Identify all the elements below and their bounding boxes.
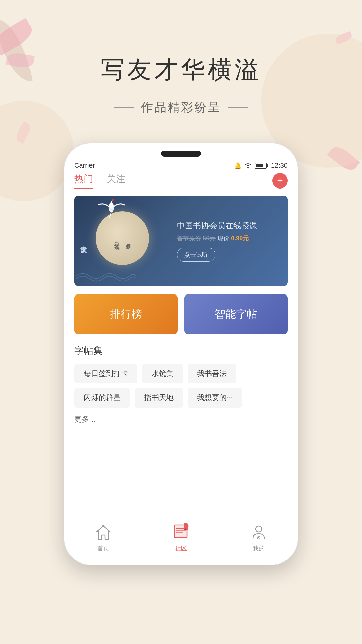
hero-section: 写友才华横溢 作品精彩纷呈	[0, 0, 362, 116]
community-label: 社区	[175, 544, 187, 552]
svg-point-0	[247, 167, 249, 168]
crane-icon	[95, 199, 128, 226]
app-content: 热门 关注 +	[64, 173, 298, 424]
bottom-nav: 首页	[64, 518, 298, 565]
carrier-label: Carrier	[74, 162, 95, 169]
phone-mockup: Carrier 🔔 12:3	[64, 143, 298, 565]
dash-left	[114, 107, 134, 108]
status-icons: 🔔 12:30	[234, 162, 288, 169]
svg-point-13	[256, 526, 262, 532]
more-link[interactable]: 更多...	[74, 414, 95, 424]
battery-icon	[255, 163, 268, 169]
banner-left-visual: 《乙瑛碑》 导师郭敬丹 汉隶入门	[74, 196, 170, 286]
ranking-button[interactable]: 排行榜	[74, 294, 178, 334]
nav-profile[interactable]: 我的	[249, 523, 269, 552]
hero-title: 写友才华横溢	[0, 54, 362, 86]
community-icon	[171, 523, 191, 542]
banner-book-title: 《乙瑛碑》 导师郭敬丹	[113, 233, 132, 243]
status-bar: Carrier 🔔 12:3	[64, 143, 298, 173]
tag-item[interactable]: 闪烁的群星	[74, 388, 130, 408]
nav-community[interactable]: 社区	[171, 523, 191, 552]
banner-right-content: 中国书协会员在线授课 首节原价 50元 现价 0.99元 点击试听	[170, 214, 288, 268]
phone-container: Carrier 🔔 12:3	[0, 143, 362, 565]
home-icon	[93, 523, 113, 542]
wifi-icon	[244, 163, 252, 169]
wave-decoration	[76, 269, 136, 283]
original-price-value: 50元	[203, 235, 216, 242]
notification-icon: 🔔	[234, 162, 241, 169]
current-price-value: 0.99元	[231, 235, 249, 242]
banner-price: 首节原价 50元 现价 0.99元	[177, 234, 281, 243]
add-icon: +	[277, 175, 283, 186]
tag-item[interactable]: 我书吾法	[188, 364, 236, 383]
course-banner[interactable]: 《乙瑛碑》 导师郭敬丹 汉隶入门 中国书	[74, 196, 288, 286]
tag-item[interactable]: 水镜集	[142, 364, 183, 383]
add-tab-button[interactable]: +	[272, 173, 288, 189]
smart-copy-button[interactable]: 智能字帖	[184, 294, 288, 334]
phone-speaker	[161, 151, 201, 157]
profile-label: 我的	[253, 544, 265, 552]
tag-item[interactable]: 指书天地	[135, 388, 183, 408]
svg-point-15	[258, 537, 259, 538]
tag-item[interactable]: 每日签到打卡	[74, 364, 137, 383]
tab-follow[interactable]: 关注	[107, 173, 125, 189]
hero-subtitle-text: 作品精彩纷呈	[141, 99, 221, 116]
current-price-label: 现价	[217, 235, 229, 242]
original-price-label: 首节原价	[177, 235, 201, 242]
tag-item[interactable]: 我想要的···	[188, 388, 242, 408]
hero-subtitle: 作品精彩纷呈	[0, 99, 362, 116]
tab-bar: 热门 关注 +	[74, 173, 288, 189]
quick-actions: 排行榜 智能字帖	[74, 294, 288, 334]
svg-point-2	[110, 203, 113, 208]
profile-icon	[249, 523, 269, 542]
svg-point-12	[185, 524, 189, 528]
dash-right	[228, 107, 248, 108]
home-label: 首页	[97, 544, 109, 552]
time-display: 12:30	[271, 162, 288, 169]
section-title: 字帖集	[74, 344, 288, 357]
nav-home[interactable]: 首页	[93, 523, 113, 552]
try-listen-button[interactable]: 点击试听	[177, 248, 215, 262]
tab-hot[interactable]: 热门	[74, 173, 93, 189]
svg-marker-4	[97, 526, 110, 539]
banner-course-title: 中国书协会员在线授课	[177, 220, 281, 231]
tag-grid: 每日签到打卡水镜集我书吾法闪烁的群星指书天地我想要的···	[74, 364, 288, 408]
petal-3	[14, 121, 33, 144]
